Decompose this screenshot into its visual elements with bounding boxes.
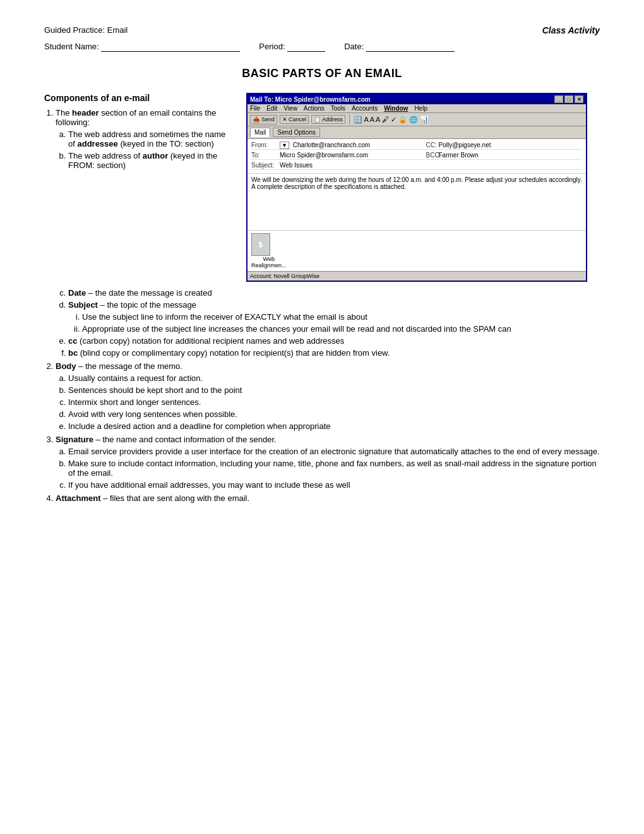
address-icon: 📋 — [314, 116, 321, 123]
bcc-value: Farmer Brown — [439, 152, 583, 159]
list-item-2: Body – the message of the memo. Usually … — [56, 361, 600, 431]
email-fields: From: ▼ Charlotte@ranchranch.com CC: Pol… — [247, 139, 586, 174]
from-value: ▼ Charlotte@ranchranch.com — [280, 142, 424, 148]
from-row: From: ▼ Charlotte@ranchranch.com CC: Pol… — [251, 141, 582, 150]
address-button[interactable]: 📋 Address — [311, 115, 345, 124]
main-list: The header section of an email contains … — [44, 108, 234, 170]
list-items-234: Body – the message of the memo. Usually … — [44, 361, 600, 503]
menu-view[interactable]: View — [283, 105, 297, 112]
to-row: To: Micro Spider@brownsfarm.com BCC: Far… — [251, 151, 582, 160]
email-window: Mail To: Micro Spider@brownsfarm.com _ □… — [246, 93, 587, 282]
menu-actions[interactable]: Actions — [304, 105, 325, 112]
sub-list-roman: Use the subject line to inform the recei… — [68, 312, 600, 334]
cc-value: Polly@pigseye.net — [439, 142, 583, 148]
sub-item-a: The web address and sometimes the name o… — [68, 130, 234, 148]
content-below: Date – the date the message is created S… — [44, 288, 600, 503]
subject-row: Subject: Web Issues — [251, 161, 582, 170]
send-button[interactable]: 📤 Send — [250, 115, 277, 124]
guided-practice-label: Guided Practice: Email — [44, 25, 128, 35]
body-sub-d: Avoid with very long sentences when poss… — [68, 409, 600, 419]
menu-edit[interactable]: Edit — [266, 105, 277, 112]
toolbar-separator — [349, 114, 350, 124]
sub-list-cdef: Date – the date the message is created S… — [56, 288, 600, 358]
student-name-field[interactable] — [101, 42, 240, 52]
attachment-item: 📄 WebRealignmen... — [251, 233, 287, 269]
sig-sub-c: If you have additional email addresses, … — [68, 480, 600, 490]
sig-sub-list: Email service providers provide a user i… — [56, 447, 600, 490]
sub-item-c: Date – the date the message is created — [68, 288, 600, 298]
cancel-button[interactable]: ✕ Cancel — [280, 115, 309, 124]
sub-item-d-ii: Appropriate use of the subject line incr… — [82, 324, 600, 334]
class-activity-label: Class Activity — [542, 25, 600, 35]
sub-item-d-i: Use the subject line to inform the recei… — [82, 312, 600, 322]
menu-tools[interactable]: Tools — [331, 105, 345, 112]
send-icon: 📤 — [253, 116, 260, 123]
sub-item-f: bc (blind copy or complimentary copy) no… — [68, 348, 600, 358]
attachment-label: WebRealignmen... — [251, 256, 287, 269]
close-btn[interactable]: ✕ — [575, 95, 583, 103]
sig-sub-b: Make sure to include contact information… — [68, 459, 600, 478]
attachment-icon: 📄 — [251, 233, 270, 256]
list-item-3: Signature – the name and contact informa… — [56, 435, 600, 490]
email-attachment-area: 📄 WebRealignmen... — [247, 231, 586, 271]
subject-label: Subject: — [251, 162, 280, 169]
menu-window[interactable]: Window — [384, 105, 408, 112]
list-item-4: Attachment – files that are sent along w… — [56, 493, 600, 503]
titlebar-controls: _ □ ✕ — [554, 95, 583, 103]
list-item-1: The header section of an email contains … — [56, 108, 234, 170]
student-info-row: Student Name: Period: Date: — [44, 42, 600, 52]
from-dropdown[interactable]: ▼ — [280, 142, 289, 149]
email-menubar: File Edit View Actions Tools Accounts Wi… — [247, 104, 586, 113]
page-title: Basic Parts of an Email — [44, 67, 600, 80]
date-field[interactable] — [366, 42, 455, 52]
body-sub-e: Include a desired action and a deadline … — [68, 421, 600, 431]
body-sub-list: Usually contains a request for action. S… — [56, 373, 600, 431]
minimize-btn[interactable]: _ — [554, 95, 563, 103]
two-column-layout: Components of an e-mail The header secti… — [44, 93, 600, 282]
from-label: From: — [251, 142, 280, 148]
sub-item-d: Subject – the topic of the message Use t… — [68, 300, 600, 334]
cancel-icon: ✕ — [282, 116, 287, 123]
list-item-1-cont: Date – the date the message is created S… — [56, 288, 600, 358]
right-column: Mail To: Micro Spider@brownsfarm.com _ □… — [246, 93, 600, 282]
email-window-title: Mail To: Micro Spider@brownsfarm.com — [250, 96, 371, 103]
period-field[interactable] — [287, 42, 325, 52]
header-row: Guided Practice: Email Class Activity — [44, 25, 600, 35]
email-toolbar: 📤 Send ✕ Cancel 📋 Address 🔠 A A A 🖋 ✓ 🔒 … — [247, 113, 586, 126]
tab-mail[interactable]: Mail — [250, 128, 270, 137]
sub-item-b: The web address of author (keyed in the … — [68, 151, 234, 170]
sig-sub-a: Email service providers provide a user i… — [68, 447, 600, 456]
menu-accounts[interactable]: Accounts — [352, 105, 378, 112]
body-sub-b: Sentences should be kept short and to th… — [68, 385, 600, 395]
menu-help[interactable]: Help — [414, 105, 427, 112]
student-name-label: Student Name: — [44, 42, 240, 52]
toolbar-icons: 🔠 A A A 🖋 ✓ 🔒 🌐 📊 — [354, 116, 429, 124]
email-body[interactable]: We will be downsizing the web during the… — [247, 174, 586, 231]
menu-file[interactable]: File — [250, 105, 260, 112]
date-label: Date: — [344, 42, 455, 52]
maximize-btn[interactable]: □ — [564, 95, 573, 103]
to-value: Micro Spider@brownsfarm.com — [280, 152, 424, 159]
to-label: To: — [251, 152, 280, 159]
cc-label: CC: — [426, 142, 439, 148]
body-sub-c: Intermix short and longer sentences. — [68, 397, 600, 407]
bcc-label: BCC: — [426, 152, 439, 159]
tab-send-options[interactable]: Send Options — [273, 128, 320, 137]
email-titlebar: Mail To: Micro Spider@brownsfarm.com _ □… — [247, 94, 586, 104]
subject-value: Web Issues — [280, 162, 582, 169]
sub-item-e: cc (carbon copy) notation for additional… — [68, 336, 600, 346]
continued-list: Date – the date the message is created S… — [44, 288, 600, 358]
sub-list-a: The web address and sometimes the name o… — [56, 130, 234, 170]
period-label: Period: — [259, 42, 325, 52]
left-column: Components of an e-mail The header secti… — [44, 93, 234, 282]
email-statusbar: Account: Novell GroupWise — [247, 271, 586, 281]
email-tabs: Mail Send Options — [247, 126, 586, 139]
body-sub-a: Usually contains a request for action. — [68, 373, 600, 383]
section-title: Components of an e-mail — [44, 93, 234, 103]
